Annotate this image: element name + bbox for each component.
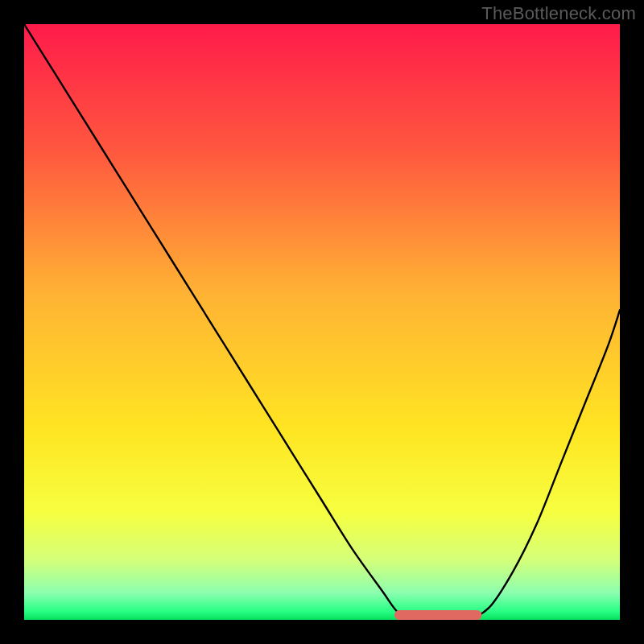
watermark-text: TheBottleneck.com bbox=[481, 3, 636, 24]
svg-point-2 bbox=[394, 610, 404, 620]
flat-segment-marker bbox=[24, 24, 620, 620]
plot-area bbox=[24, 24, 620, 620]
svg-point-3 bbox=[472, 610, 481, 620]
chart-frame: TheBottleneck.com bbox=[0, 0, 644, 644]
